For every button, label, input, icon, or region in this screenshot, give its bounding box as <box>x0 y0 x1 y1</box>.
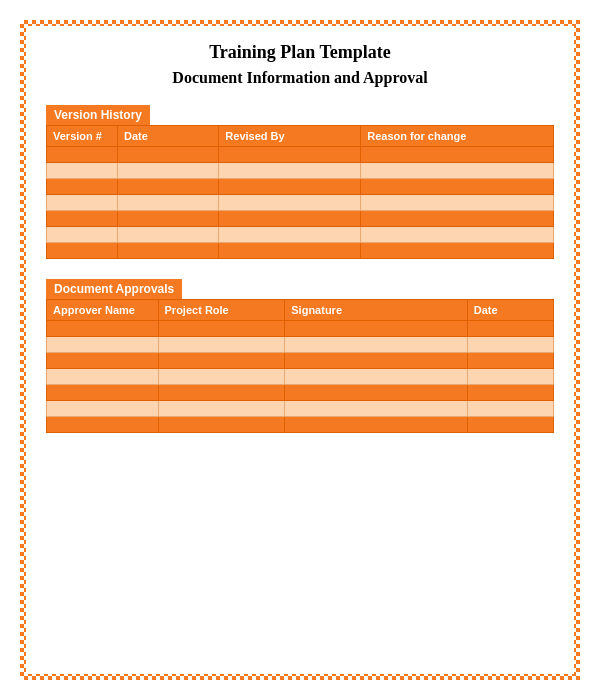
col-date: Date <box>117 126 218 147</box>
approvals-table: Approver Name Project Role Signature Dat… <box>46 299 554 433</box>
col-date: Date <box>467 300 553 321</box>
col-signature: Signature <box>285 300 468 321</box>
table-row <box>47 337 554 353</box>
version-history-section: Version History Version # Date Revised B… <box>46 105 554 259</box>
table-row <box>47 179 554 195</box>
table-row <box>47 147 554 163</box>
table-row <box>47 369 554 385</box>
col-approver-name: Approver Name <box>47 300 159 321</box>
table-row <box>47 243 554 259</box>
document-approvals-section: Document Approvals Approver Name Project… <box>46 279 554 433</box>
approvals-header-row: Approver Name Project Role Signature Dat… <box>47 300 554 321</box>
document-approvals-label: Document Approvals <box>46 279 182 299</box>
version-history-label: Version History <box>46 105 150 125</box>
col-project-role: Project Role <box>158 300 285 321</box>
table-row <box>47 211 554 227</box>
table-row <box>47 163 554 179</box>
table-row <box>47 401 554 417</box>
col-reason: Reason for change <box>361 126 554 147</box>
page-content: Training Plan Template Document Informat… <box>26 26 574 674</box>
page-title: Training Plan Template <box>46 42 554 63</box>
table-row <box>47 353 554 369</box>
table-row <box>47 417 554 433</box>
table-row <box>47 385 554 401</box>
version-history-table: Version # Date Revised By Reason for cha… <box>46 125 554 259</box>
col-version: Version # <box>47 126 118 147</box>
col-revised-by: Revised By <box>219 126 361 147</box>
table-row <box>47 227 554 243</box>
version-header-row: Version # Date Revised By Reason for cha… <box>47 126 554 147</box>
page-subtitle: Document Information and Approval <box>46 69 554 87</box>
table-row <box>47 195 554 211</box>
page-container: Training Plan Template Document Informat… <box>20 20 580 680</box>
table-row <box>47 321 554 337</box>
